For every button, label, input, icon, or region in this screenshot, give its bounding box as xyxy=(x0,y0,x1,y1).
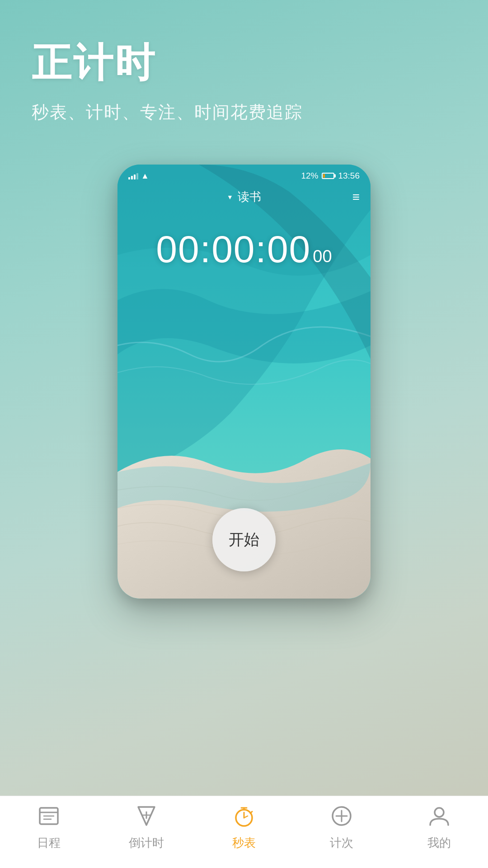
start-button-area: 开始 xyxy=(117,508,371,599)
status-left: ▲ xyxy=(128,171,149,181)
phone-mockup-wrapper: ▲ 12% 13:56 xyxy=(0,146,488,796)
schedule-icon xyxy=(37,804,61,831)
nav-category-label: 读书 xyxy=(238,189,261,205)
timer-display: 00:00:00 00 xyxy=(117,209,371,271)
nav-item-profile[interactable]: 我的 xyxy=(403,804,475,851)
wifi-icon: ▲ xyxy=(141,171,149,181)
counter-icon xyxy=(330,804,353,831)
phone-screen: ▲ 12% 13:56 xyxy=(117,165,371,599)
nav-title[interactable]: ▼ 读书 xyxy=(227,189,261,205)
nav-item-schedule[interactable]: 日程 xyxy=(13,804,85,851)
profile-icon xyxy=(427,804,451,831)
timer-milliseconds: 00 xyxy=(313,247,332,266)
svg-point-17 xyxy=(435,808,444,817)
stopwatch-icon xyxy=(232,804,256,831)
countdown-label: 倒计时 xyxy=(129,835,164,851)
signal-icon xyxy=(128,172,138,179)
stopwatch-label: 秒表 xyxy=(232,835,256,851)
phone-mockup: ▲ 12% 13:56 xyxy=(117,165,371,599)
nav-item-countdown[interactable]: 倒计时 xyxy=(110,804,183,851)
counter-label: 计次 xyxy=(330,835,353,851)
start-button[interactable]: 开始 xyxy=(212,508,276,571)
menu-icon[interactable]: ≡ xyxy=(352,190,360,204)
profile-label: 我的 xyxy=(427,835,451,851)
clock-time: 13:56 xyxy=(338,171,360,181)
app-subtitle: 秒表、计时、专注、时间花费追踪 xyxy=(32,101,456,124)
countdown-icon xyxy=(135,804,158,831)
app-title: 正计时 xyxy=(32,36,456,90)
top-section: 正计时 秒表、计时、专注、时间花费追踪 xyxy=(0,0,488,146)
schedule-label: 日程 xyxy=(37,835,61,851)
nav-item-counter[interactable]: 计次 xyxy=(305,804,378,851)
status-bar: ▲ 12% 13:56 xyxy=(117,165,371,184)
phone-navbar: ▼ 读书 ≡ xyxy=(117,184,371,209)
svg-line-13 xyxy=(250,811,252,813)
page-container: 正计时 秒表、计时、专注、时间花费追踪 xyxy=(0,0,488,868)
battery-percent: 12% xyxy=(301,171,318,181)
nav-item-stopwatch[interactable]: 秒表 xyxy=(208,804,280,851)
bottom-nav: 日程 倒计时 xyxy=(0,796,488,868)
dropdown-arrow-icon: ▼ xyxy=(227,193,233,201)
phone-content: ▲ 12% 13:56 xyxy=(117,165,371,599)
battery-icon xyxy=(322,173,334,179)
status-right: 12% 13:56 xyxy=(301,171,360,181)
timer-main: 00:00:00 xyxy=(156,227,311,271)
